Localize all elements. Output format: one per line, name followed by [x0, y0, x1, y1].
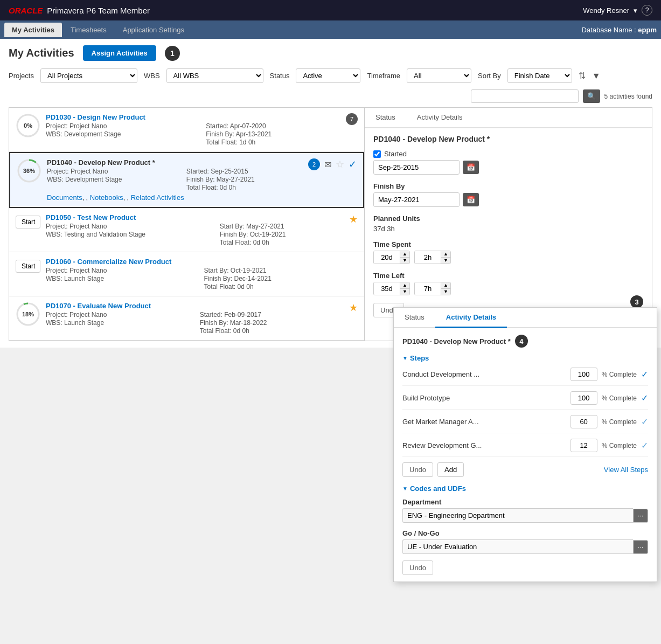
step-check-2[interactable]: ✓	[641, 393, 648, 403]
step-input-1[interactable]	[570, 368, 597, 381]
overlay-tab-status[interactable]: Status	[394, 308, 435, 328]
activity-card-pd1040[interactable]: 36% PD1040 - Develop New Product * Proje…	[9, 152, 364, 208]
tab-timesheets[interactable]: Timesheets	[63, 23, 114, 37]
codes-triangle-icon: ▼	[402, 486, 408, 491]
gonogo-label: Go / No-Go	[402, 529, 648, 537]
gonogo-input[interactable]	[402, 539, 633, 554]
card-body-pd1060: PD1060 - Commercialize New Product Proje…	[46, 258, 352, 290]
timeframe-select[interactable]: All	[407, 68, 471, 83]
step-input-2[interactable]	[570, 391, 597, 405]
steps-actions: Undo Add View All Steps	[402, 462, 648, 477]
status-select[interactable]: Active	[296, 68, 360, 83]
time-left-days-input[interactable]	[374, 282, 400, 295]
planned-units-value: 37d 3h	[373, 225, 643, 233]
sort-by-select[interactable]: Finish Date	[507, 68, 572, 83]
time-left-days-down[interactable]: ▼	[400, 289, 409, 295]
gonogo-browse-button[interactable]: ···	[633, 540, 648, 554]
user-dropdown-icon[interactable]: ▾	[634, 6, 637, 15]
activity-card-pd1060[interactable]: Start PD1060 - Commercialize New Product…	[9, 252, 364, 296]
wbs-label: WBS	[144, 72, 160, 80]
finish-calendar-button[interactable]: 📅	[463, 193, 479, 206]
activity-card-pd1050[interactable]: Start PD1050 - Test New Product Project:…	[9, 208, 364, 252]
time-spent-hours-input[interactable]	[415, 251, 441, 264]
help-button[interactable]: ?	[642, 5, 652, 16]
started-checkbox[interactable]	[373, 150, 381, 158]
planned-units-group: Planned Units 37d 3h	[373, 214, 643, 233]
step-check-4[interactable]: ✓	[641, 440, 648, 451]
check-icon-pd1040[interactable]: ✓	[349, 158, 357, 170]
meta-wbs-pd1030: WBS: Development Stage	[46, 130, 190, 138]
start-button-pd1050[interactable]: Start	[16, 216, 40, 228]
timeframe-label: Timeframe	[367, 72, 400, 80]
card-body-pd1030: PD1030 - Design New Product Project: Pro…	[46, 113, 340, 146]
department-browse-button[interactable]: ···	[633, 509, 648, 523]
card-meta-pd1050: Project: Project Nano Start By: May-27-2…	[46, 223, 344, 246]
nav-tabs: My Activities Timesheets Application Set…	[4, 23, 192, 37]
start-button-pd1060[interactable]: Start	[16, 260, 40, 273]
meta-wbs-pd1060: WBS: Launch Stage	[46, 275, 188, 282]
time-left-days-wrap: ▲ ▼	[373, 282, 410, 295]
sort-order-icon[interactable]: ⇅	[579, 71, 586, 81]
star-icon-pd1070[interactable]: ★	[349, 302, 358, 314]
link-related-activities[interactable]: Related Activities	[127, 193, 184, 202]
activity-card-pd1030[interactable]: 0% PD1030 - Design New Product Project: …	[9, 108, 364, 152]
planned-units-label: Planned Units	[373, 214, 643, 223]
department-input-row: ···	[402, 508, 648, 523]
search-input[interactable]	[471, 89, 579, 103]
started-calendar-button[interactable]: 📅	[463, 161, 479, 174]
started-date-input[interactable]	[373, 160, 460, 175]
meta-float2-pd1070: Total Float: 0d 0h	[200, 327, 344, 335]
time-left-days-up[interactable]: ▲	[400, 282, 409, 289]
badge-count-pd1030[interactable]: 7	[346, 113, 358, 125]
activity-card-pd1070[interactable]: 18% PD1070 - Evaluate New Product Projec…	[9, 296, 364, 341]
status-panel-title: PD1040 - Develop New Product *	[373, 135, 643, 143]
view-all-steps-link[interactable]: View All Steps	[604, 466, 648, 474]
time-spent-days-down[interactable]: ▼	[400, 258, 409, 264]
overlay-undo-button[interactable]: Undo	[402, 560, 433, 575]
meta-wbs-pd1050: WBS: Testing and Validation Stage	[46, 231, 204, 238]
step-check-3[interactable]: ✓	[641, 417, 648, 427]
overlay-tab-activity-details[interactable]: Activity Details	[435, 308, 507, 328]
meta-project-pd1030: Project: Project Nano	[46, 122, 190, 130]
step-input-4[interactable]	[570, 439, 597, 452]
filter-icon[interactable]: ▼	[592, 71, 601, 81]
finish-date-input[interactable]	[373, 192, 460, 207]
finish-by-label: Finish By	[373, 182, 643, 190]
tab-my-activities[interactable]: My Activities	[4, 23, 62, 37]
assign-activities-button[interactable]: Assign Activities	[83, 45, 156, 61]
tab-activity-details[interactable]: Activity Details	[406, 108, 474, 128]
time-spent-hours-up[interactable]: ▲	[441, 251, 450, 258]
step-check-1[interactable]: ✓	[641, 369, 648, 379]
step-pct-2: % Complete	[602, 394, 637, 402]
time-left-hours-down[interactable]: ▼	[441, 289, 450, 295]
link-documents[interactable]: Documents	[47, 193, 82, 202]
panel-tabs: Status Activity Details	[365, 108, 652, 128]
department-input[interactable]	[402, 508, 633, 523]
time-left-hours-input[interactable]	[415, 282, 441, 295]
star-icon-pd1050[interactable]: ★	[349, 213, 358, 225]
tab-application-settings[interactable]: Application Settings	[115, 23, 192, 37]
mail-icon-pd1040[interactable]: ✉	[324, 160, 331, 170]
wbs-select[interactable]: All WBS	[166, 68, 263, 83]
card-body-pd1070: PD1070 - Evaluate New Product Project: P…	[46, 302, 344, 335]
progress-label-pd1030: 0%	[24, 122, 32, 129]
time-spent-days-input[interactable]	[374, 251, 400, 264]
card-actions-pd1030: 7	[346, 113, 358, 125]
steps-undo-button[interactable]: Undo	[402, 462, 433, 477]
step-input-3[interactable]	[570, 415, 597, 428]
time-left-hours-up[interactable]: ▲	[441, 282, 450, 289]
steps-add-button[interactable]: Add	[437, 462, 464, 477]
card-title-pd1050: PD1050 - Test New Product	[46, 213, 344, 221]
step-name-1: Conduct Development ...	[402, 370, 566, 378]
star-icon-pd1040[interactable]: ☆	[336, 158, 344, 170]
badge-count-pd1040[interactable]: 2	[308, 158, 320, 170]
time-spent-hours-down[interactable]: ▼	[441, 258, 450, 264]
card-links-pd1040: Documents, Notebooks, Related Activities	[47, 193, 303, 202]
card-actions-pd1040: 2 ✉ ☆ ✓	[308, 158, 357, 170]
search-button[interactable]: 🔍	[583, 89, 600, 103]
link-notebooks[interactable]: Notebooks	[86, 193, 123, 202]
tab-status[interactable]: Status	[365, 108, 406, 128]
overlay-undo-area: Undo	[402, 560, 648, 575]
time-spent-days-up[interactable]: ▲	[400, 251, 409, 258]
projects-select[interactable]: All Projects	[40, 68, 137, 83]
